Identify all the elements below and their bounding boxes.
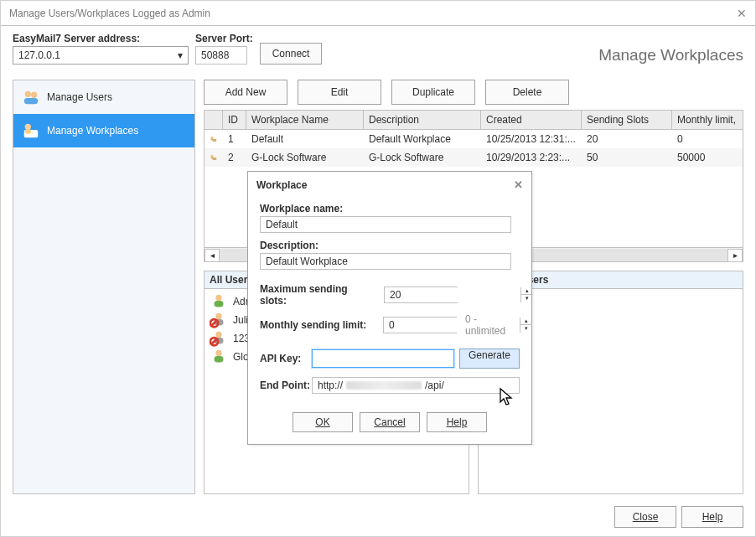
monthly-limit-spinner[interactable]: ▴ ▾ (383, 317, 457, 333)
workplace-name-input[interactable] (260, 216, 511, 233)
main-window: Manage Users/Workplaces Logged as Admin … (0, 0, 756, 537)
combo-caret-icon[interactable]: ▾ (173, 49, 188, 61)
server-address-combo[interactable]: ▾ (13, 46, 189, 65)
svg-point-18 (215, 332, 221, 338)
scroll-left-icon[interactable]: ◂ (205, 249, 220, 262)
grid-header-icon[interactable] (205, 111, 223, 129)
grid-header-desc[interactable]: Description (364, 111, 481, 129)
workplace-row-icon (205, 150, 223, 165)
dialog-close-icon[interactable]: ✕ (514, 178, 523, 191)
description-input[interactable] (260, 253, 511, 270)
cell-limit: 50000 (672, 150, 743, 165)
titlebar: Manage Users/Workplaces Logged as Admin … (1, 1, 755, 26)
workplace-dialog: Workplace ✕ Workplace name: Description:… (247, 171, 532, 445)
svg-rect-23 (215, 356, 224, 362)
svg-rect-2 (24, 98, 39, 104)
svg-point-0 (25, 91, 31, 97)
generate-button[interactable]: Generate (459, 349, 520, 369)
api-key-label: API Key: (260, 353, 307, 364)
svg-point-12 (215, 295, 221, 301)
server-port-field: Server Port: (195, 33, 253, 65)
grid-header-created[interactable]: Created (481, 111, 582, 129)
ok-button[interactable]: OK (293, 412, 353, 432)
scroll-right-icon[interactable]: ▸ (728, 249, 743, 262)
server-port-label: Server Port: (195, 33, 253, 44)
section-heading: Manage Workplaces (598, 46, 743, 65)
connection-row: EasyMail7 Server address: ▾ Server Port:… (1, 26, 755, 74)
max-slots-spinner[interactable]: ▴ ▾ (384, 287, 458, 303)
cell-name: G-Lock Software (246, 150, 364, 165)
endpoint-suffix: /api/ (425, 380, 444, 391)
server-address-input[interactable] (13, 47, 173, 64)
table-row[interactable]: 2 G-Lock Software G-Lock Software 10/29/… (205, 148, 743, 167)
connect-button[interactable]: Connect (260, 43, 323, 65)
sidebar-item-manage-workplaces[interactable]: Manage Workplaces (13, 114, 194, 147)
cell-desc: Default Workplace (364, 132, 481, 147)
users-icon (22, 88, 40, 106)
cancel-button[interactable]: Cancel (360, 412, 420, 432)
monthly-limit-label: Monthly sending limit: (260, 319, 375, 331)
cell-id: 2 (223, 150, 246, 165)
server-address-field: EasyMail7 Server address: ▾ (13, 33, 189, 65)
description-label: Description: (260, 240, 520, 251)
grid-header-slots[interactable]: Sending Slots (582, 111, 672, 129)
window-close-icon[interactable]: ✕ (737, 7, 747, 20)
max-slots-input[interactable] (385, 287, 520, 302)
svg-rect-13 (215, 301, 224, 307)
monthly-limit-hint: 0 - unlimited (465, 313, 520, 337)
cell-slots: 20 (582, 132, 672, 147)
spin-down-icon[interactable]: ▾ (521, 295, 533, 302)
workplace-name-label: Workplace name: (260, 203, 520, 214)
user-blocked-icon (210, 329, 228, 348)
workplace-icon (22, 121, 40, 140)
edit-button[interactable]: Edit (298, 80, 381, 105)
spin-up-icon[interactable]: ▴ (520, 318, 532, 325)
close-button[interactable]: Close (614, 506, 676, 528)
api-key-input[interactable] (312, 349, 454, 368)
grid-header-id[interactable]: ID (223, 111, 246, 129)
svg-point-9 (211, 155, 214, 157)
svg-point-14 (215, 313, 221, 319)
sidebar-item-manage-users[interactable]: Manage Users (13, 80, 194, 114)
grid-header-name[interactable]: Workplace Name (246, 111, 364, 129)
svg-point-4 (25, 124, 31, 130)
cell-desc: G-Lock Software (364, 150, 481, 165)
user-blocked-icon (210, 311, 228, 329)
endpoint-obscured (346, 381, 422, 390)
endpoint-prefix: http:// (318, 380, 343, 391)
toolbar: Add New Edit Duplicate Delete (204, 80, 743, 105)
grid-header-limit[interactable]: Monthly limit, (672, 111, 743, 129)
max-slots-label: Maximum sending slots: (260, 283, 375, 307)
user-ok-icon (210, 292, 228, 311)
footer: Close Help (614, 506, 743, 528)
spin-down-icon[interactable]: ▾ (520, 325, 532, 333)
server-port-input[interactable] (195, 46, 247, 65)
sidebar: Manage Users Manage Workplaces (13, 80, 195, 494)
svg-rect-8 (213, 139, 217, 142)
cell-limit: 0 (672, 132, 743, 147)
svg-point-22 (215, 350, 221, 356)
server-address-label: EasyMail7 Server address: (13, 33, 189, 44)
dialog-help-button[interactable]: Help (427, 412, 487, 432)
endpoint-input[interactable]: http:// /api/ (312, 377, 520, 394)
dialog-title: Workplace (256, 179, 307, 191)
user-ok-icon (210, 348, 228, 366)
svg-point-1 (31, 92, 37, 98)
svg-rect-5 (25, 129, 31, 134)
svg-rect-11 (213, 157, 217, 160)
svg-point-6 (211, 137, 214, 139)
cell-created: 10/29/2013 2:23:... (481, 150, 582, 165)
help-button[interactable]: Help (681, 506, 743, 528)
sidebar-item-label: Manage Workplaces (47, 125, 138, 137)
sidebar-item-label: Manage Users (47, 91, 112, 103)
window-title: Manage Users/Workplaces Logged as Admin (9, 8, 737, 19)
delete-button[interactable]: Delete (485, 80, 569, 105)
table-row[interactable]: 1 Default Default Workplace 10/25/2013 1… (205, 130, 743, 148)
endpoint-label: End Point: (260, 380, 307, 391)
workplace-row-icon (205, 132, 223, 147)
duplicate-button[interactable]: Duplicate (391, 80, 475, 105)
spin-up-icon[interactable]: ▴ (521, 287, 533, 295)
grid-header: ID Workplace Name Description Created Se… (205, 111, 743, 130)
add-new-button[interactable]: Add New (204, 80, 287, 105)
cell-name: Default (246, 132, 364, 147)
